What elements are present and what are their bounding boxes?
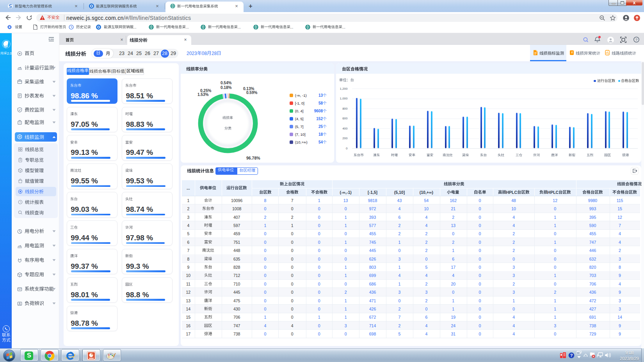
svg-text:?: ? bbox=[570, 353, 573, 358]
svg-text:?: ? bbox=[635, 38, 637, 42]
